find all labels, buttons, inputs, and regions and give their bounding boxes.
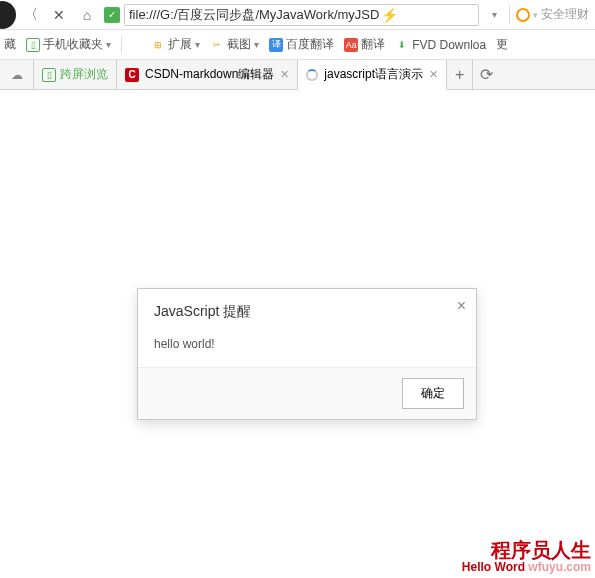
home-button[interactable]: ⌂	[74, 2, 100, 28]
back-button[interactable]: 〈	[18, 2, 44, 28]
close-icon[interactable]: ✕	[280, 68, 289, 81]
dialog-title: JavaScript 提醒	[154, 303, 251, 319]
search-box[interactable]: ▾ 安全理财	[512, 6, 593, 23]
watermark-line1: 程序员人生	[462, 539, 591, 561]
dialog-header: JavaScript 提醒 ×	[138, 289, 476, 331]
bookmark-aa-translate[interactable]: Aa 翻译	[344, 36, 385, 53]
tab-javascript[interactable]: javascript语言演示 ✕	[298, 60, 447, 90]
separator	[509, 6, 510, 24]
download-icon: ⬇	[395, 38, 409, 52]
watermark-line2: Hello Word wfuyu.com	[462, 561, 591, 574]
mobile-icon: ▯	[26, 38, 40, 52]
bookmark-mobile-fav[interactable]: ▯ 手机收藏夹 ▾	[26, 36, 111, 53]
screenshot-icon: ✂	[210, 38, 224, 52]
avatar[interactable]	[0, 1, 16, 29]
alert-dialog: JavaScript 提醒 × hello world! 确定	[137, 288, 477, 420]
translate-icon: 译	[269, 38, 283, 52]
ok-button[interactable]: 确定	[402, 378, 464, 409]
csdn-icon: C	[125, 68, 139, 82]
url-text: file:///G:/百度云同步盘/MyJavaWork/myJSD	[129, 6, 379, 24]
address-bar: 〈 ✕ ⌂ ✓ file:///G:/百度云同步盘/MyJavaWork/myJ…	[0, 0, 595, 30]
watermark: 程序员人生 Hello Word wfuyu.com	[462, 539, 591, 574]
bookmark-translate[interactable]: 译 百度翻译	[269, 36, 334, 53]
bookmark-more[interactable]: 更	[496, 36, 508, 53]
bookmark-left[interactable]: 藏	[4, 36, 16, 53]
shield-icon: ✓	[104, 7, 120, 23]
dialog-footer: 确定	[138, 368, 476, 419]
cloud-icon: ☁	[11, 68, 23, 82]
dropdown-button[interactable]: ▾	[481, 2, 507, 28]
dialog-message: hello world!	[138, 331, 476, 368]
bookmark-fvd[interactable]: ⬇ FVD Downloa	[395, 38, 486, 52]
tab-bar: ☁ ▯ 跨屏浏览 C CSDN-markdown编辑器 ✕ javascript…	[0, 60, 595, 90]
stop-button[interactable]: ✕	[46, 2, 72, 28]
new-tab-button[interactable]: +	[447, 60, 473, 89]
tab-label: javascript语言演示	[324, 66, 423, 83]
search-engine-icon	[516, 8, 530, 22]
pinned-tab-cloud[interactable]: ☁	[0, 60, 34, 89]
chevron-down-icon: ▾	[195, 39, 200, 50]
url-input[interactable]: file:///G:/百度云同步盘/MyJavaWork/myJSD ⚡	[124, 4, 479, 26]
bookmark-screenshot[interactable]: ✂ 截图 ▾	[210, 36, 259, 53]
bookmark-bar: 藏 ▯ 手机收藏夹 ▾ ⊞ 扩展 ▾ ✂ 截图 ▾ 译 百度翻译 Aa 翻译 ⬇…	[0, 30, 595, 60]
chevron-down-icon: ▾	[106, 39, 111, 50]
close-icon[interactable]: ×	[457, 297, 466, 315]
mobile-icon: ▯	[42, 68, 56, 82]
tab-csdn[interactable]: C CSDN-markdown编辑器 ✕	[117, 60, 298, 89]
pinned-tab-kuaping[interactable]: ▯ 跨屏浏览	[34, 60, 117, 89]
loading-spinner-icon	[306, 69, 318, 81]
bookmark-extensions[interactable]: ⊞ 扩展 ▾	[151, 36, 200, 53]
aa-translate-icon: Aa	[344, 38, 358, 52]
page-content: JavaScript 提醒 × hello world! 确定 程序员人生 He…	[0, 90, 595, 578]
tab-label: CSDN-markdown编辑器	[145, 66, 274, 83]
search-placeholder: 安全理财	[541, 6, 589, 23]
restore-tab-button[interactable]: ⟳	[473, 60, 499, 89]
close-icon[interactable]: ✕	[429, 68, 438, 81]
lightning-icon: ⚡	[381, 7, 398, 23]
extensions-icon: ⊞	[151, 38, 165, 52]
chevron-down-icon: ▾	[254, 39, 259, 50]
separator	[121, 37, 122, 53]
